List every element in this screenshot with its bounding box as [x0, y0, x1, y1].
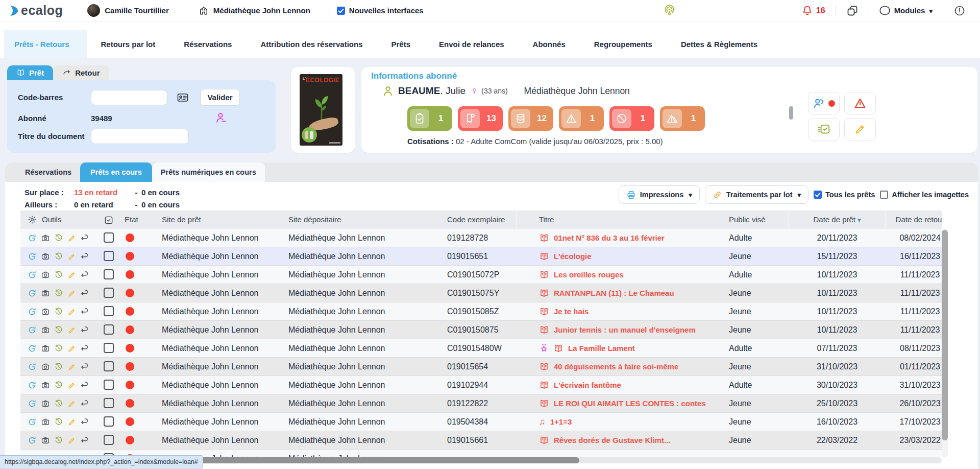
member-status-badge[interactable]: 1 [407, 106, 452, 131]
batch-actions-button[interactable]: Traitements par lot [705, 185, 808, 204]
document-title-link[interactable]: Je te hais [554, 302, 589, 321]
row-checkbox[interactable] [104, 232, 114, 243]
document-title-link[interactable]: 1+1=3 [550, 413, 572, 431]
renew-loan-icon[interactable] [28, 362, 37, 371]
table-row[interactable]: Médiathèque John Lennon Médiathèque John… [20, 284, 942, 302]
document-title-link[interactable]: 01net N° 836 du 3 au 16 février [554, 229, 665, 247]
edit-loan-icon[interactable] [67, 326, 76, 335]
nav-tab[interactable]: Regroupements [580, 30, 667, 58]
notifications-button[interactable]: 16 [801, 5, 825, 16]
user-avatar[interactable] [87, 4, 100, 17]
history-icon[interactable] [54, 252, 63, 261]
document-title-link[interactable]: LE ROI QUI AIMAIT LES CONTES : contes [554, 394, 706, 413]
column-audience[interactable]: Public visé [729, 210, 766, 229]
table-row[interactable]: Médiathèque John Lennon Médiathèque John… [20, 229, 942, 247]
all-loans-toggle[interactable]: Tous les prêts [814, 191, 875, 199]
undo-return-icon[interactable] [80, 307, 89, 316]
renew-loan-icon[interactable] [28, 270, 37, 279]
edit-member-button[interactable] [844, 118, 876, 140]
document-title-link[interactable]: Rêves dorés de Gustave Klimt... [554, 431, 670, 450]
edit-loan-icon[interactable] [67, 381, 76, 390]
nav-tab[interactable]: Envoi de relances [425, 30, 519, 58]
column-title[interactable]: Titre [539, 210, 554, 229]
row-checkbox[interactable] [104, 380, 114, 390]
barcode-input[interactable] [91, 90, 167, 105]
row-checkbox[interactable] [104, 324, 114, 335]
camera-icon[interactable] [41, 325, 50, 335]
document-title-link[interactable]: L'écologie [554, 247, 592, 266]
renew-loan-icon[interactable] [28, 289, 37, 298]
tab-retour[interactable]: Retour [53, 65, 109, 80]
linked-members-button[interactable] [808, 92, 840, 114]
table-row[interactable]: Médiathèque John Lennon Médiathèque John… [20, 247, 942, 266]
impressions-button[interactable]: Impressions [619, 185, 700, 204]
history-icon[interactable] [54, 289, 63, 298]
camera-icon[interactable] [41, 399, 50, 408]
history-icon[interactable] [54, 307, 63, 316]
member-status-badge[interactable]: 12 [508, 106, 553, 131]
renew-loan-icon[interactable] [28, 399, 37, 408]
broadcast-icon[interactable] [663, 4, 676, 17]
undo-return-icon[interactable] [80, 270, 89, 279]
nav-tab[interactable]: Retours par lot [87, 30, 170, 58]
camera-icon[interactable] [41, 417, 50, 427]
column-item-code[interactable]: Code exemplaire [447, 210, 505, 229]
remove-member-button[interactable] [214, 111, 227, 124]
undo-return-icon[interactable] [80, 344, 89, 353]
camera-icon[interactable] [41, 381, 50, 390]
undo-return-icon[interactable] [80, 252, 89, 261]
scan-card-button[interactable] [176, 91, 189, 104]
table-row[interactable]: Médiathèque John Lennon Médiathèque John… [20, 302, 942, 321]
camera-icon[interactable] [41, 252, 50, 261]
undo-return-icon[interactable] [80, 436, 89, 445]
member-status-badge[interactable]: 13 [458, 106, 503, 131]
row-checkbox[interactable] [104, 269, 114, 279]
column-deposit-site[interactable]: Site dépositaire [288, 210, 341, 229]
camera-icon[interactable] [41, 362, 50, 371]
document-title-link[interactable]: Les oreilles rouges [554, 266, 624, 284]
camera-icon[interactable] [41, 270, 50, 279]
row-checkbox[interactable] [104, 306, 114, 316]
history-icon[interactable] [54, 436, 63, 445]
renew-loan-icon[interactable] [28, 307, 37, 316]
history-icon[interactable] [54, 417, 63, 427]
edit-loan-icon[interactable] [67, 436, 76, 445]
nav-tab[interactable]: Réservations [169, 30, 246, 58]
row-checkbox[interactable] [104, 435, 114, 445]
document-title-link[interactable]: L'écrivain fantôme [554, 376, 621, 394]
edit-loan-icon[interactable] [67, 363, 76, 371]
doc-title-input[interactable] [91, 129, 189, 144]
undo-return-icon[interactable] [80, 325, 89, 335]
renew-loan-icon[interactable] [28, 252, 37, 261]
column-loan-date[interactable]: Date de prêt [789, 210, 886, 229]
renew-loan-icon[interactable] [28, 417, 37, 427]
history-icon[interactable] [54, 344, 63, 353]
select-all-icon[interactable] [104, 215, 114, 225]
column-return-date[interactable]: Date de retour [886, 210, 942, 229]
validate-button[interactable]: Valider [200, 89, 240, 106]
loans-tab[interactable]: Prêts numériques en cours [152, 162, 265, 182]
nav-tab[interactable]: Dettes & Règlements [667, 30, 772, 58]
history-icon[interactable] [54, 233, 63, 243]
camera-icon[interactable] [41, 307, 50, 316]
row-checkbox[interactable] [104, 288, 114, 298]
row-checkbox[interactable] [104, 343, 114, 353]
document-title-link[interactable]: Junior tennis : un manuel d'enseignem [554, 321, 696, 339]
camera-icon[interactable] [41, 289, 50, 298]
document-title-link[interactable]: La Famille Lament [568, 339, 635, 358]
vertical-scroll-thumb[interactable] [942, 230, 948, 440]
nav-tab[interactable]: Prêts - Retours [4, 30, 87, 58]
nav-tab[interactable]: Attribution des réservations [246, 30, 377, 58]
document-title-link[interactable]: RANTANPLAN (11) : Le Chameau [554, 284, 674, 302]
row-checkbox[interactable] [104, 398, 114, 408]
undo-return-icon[interactable] [80, 362, 89, 371]
new-interfaces-toggle[interactable]: Nouvelles interfaces [337, 6, 424, 15]
table-row[interactable]: Médiathèque John Lennon Médiathèque John… [20, 413, 942, 431]
table-row[interactable]: Médiathèque John Lennon Médiathèque John… [20, 376, 942, 394]
renew-loan-icon[interactable] [28, 436, 37, 445]
table-row[interactable]: Médiathèque John Lennon Médiathèque John… [20, 321, 942, 339]
renew-loan-icon[interactable] [28, 381, 37, 390]
camera-icon[interactable] [41, 436, 50, 445]
undo-return-icon[interactable] [80, 381, 89, 390]
table-row[interactable]: Médiathèque John Lennon Médiathèque John… [20, 394, 942, 413]
